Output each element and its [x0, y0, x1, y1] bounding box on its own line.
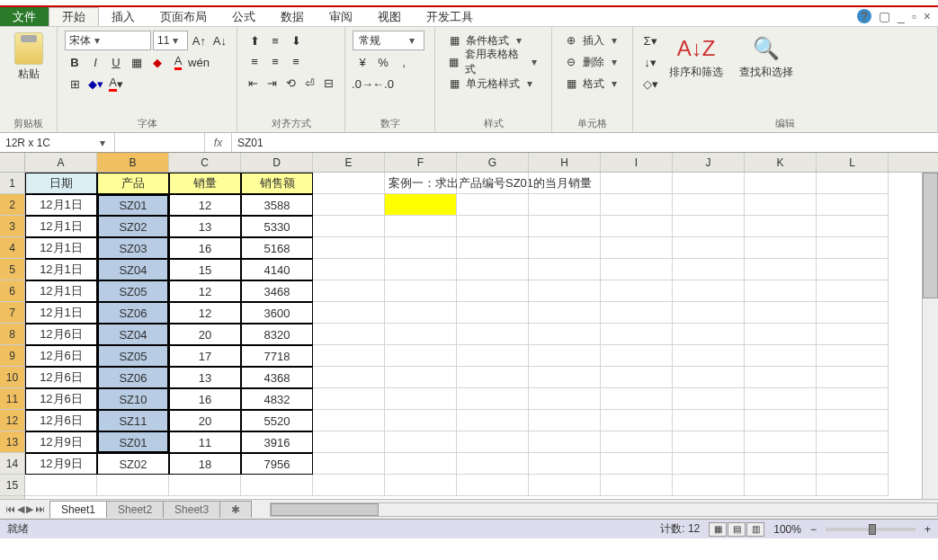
cell-G11[interactable]	[457, 388, 529, 410]
col-header-C[interactable]: C	[169, 153, 241, 172]
cell-L15[interactable]	[817, 475, 889, 496]
cell-L10[interactable]	[817, 367, 889, 388]
cell-C6[interactable]: 12	[169, 280, 241, 302]
cell-D9[interactable]: 7718	[241, 345, 313, 367]
cell-D5[interactable]: 4140	[241, 259, 313, 280]
cell-E3[interactable]	[313, 216, 385, 237]
tab-review[interactable]: 审阅	[317, 7, 365, 26]
minimize-icon[interactable]: _	[898, 9, 905, 23]
cell-E9[interactable]	[313, 345, 385, 367]
cell-K15[interactable]	[745, 475, 817, 496]
fill-icon[interactable]: ↓▾	[640, 52, 660, 72]
col-header-A[interactable]: A	[25, 153, 97, 172]
align-left-icon[interactable]: ≡	[245, 51, 264, 71]
tab-data[interactable]: 数据	[268, 7, 317, 26]
cell-styles-button[interactable]: ▦单元格样式▾	[442, 74, 544, 93]
cell-H4[interactable]	[529, 237, 601, 259]
cell-C4[interactable]: 16	[169, 237, 241, 259]
cell-G12[interactable]	[457, 410, 529, 431]
cell-C8[interactable]: 20	[169, 324, 241, 345]
decrease-indent-icon[interactable]: ⇤	[245, 73, 263, 93]
cell-A14[interactable]: 12月9日	[25, 453, 97, 475]
cell-J3[interactable]	[673, 216, 745, 237]
cell-J7[interactable]	[673, 302, 745, 324]
cell-F9[interactable]	[385, 345, 457, 367]
file-menu[interactable]: 文件	[0, 7, 49, 26]
align-top-icon[interactable]: ⬆	[245, 31, 264, 50]
fill-drop-icon[interactable]: ◆▾	[85, 74, 105, 93]
cell-C13[interactable]: 11	[169, 431, 241, 453]
formula-input[interactable]: SZ01	[232, 133, 938, 152]
cell-L6[interactable]	[817, 280, 889, 302]
cell-F12[interactable]	[385, 410, 457, 431]
cell-C12[interactable]: 20	[169, 410, 241, 431]
cell-D3[interactable]: 5330	[241, 216, 313, 237]
align-right-icon[interactable]: ≡	[286, 51, 306, 71]
cell-B1[interactable]: 产品	[97, 173, 169, 194]
cell-I8[interactable]	[601, 324, 673, 345]
col-header-G[interactable]: G	[457, 153, 529, 172]
col-header-E[interactable]: E	[313, 153, 385, 172]
cell-D2[interactable]: 3588	[241, 194, 313, 216]
tab-view[interactable]: 视图	[365, 7, 414, 26]
cell-G4[interactable]	[457, 237, 529, 259]
cell-K1[interactable]	[745, 173, 817, 194]
col-header-I[interactable]: I	[601, 153, 673, 172]
tab-formulas[interactable]: 公式	[219, 7, 268, 26]
align-bottom-icon[interactable]: ⬇	[286, 31, 306, 50]
cell-I9[interactable]	[601, 345, 673, 367]
cell-G3[interactable]	[457, 216, 529, 237]
cell-H6[interactable]	[529, 280, 601, 302]
cell-A2[interactable]: 12月1日	[25, 194, 97, 216]
cell-A13[interactable]: 12月9日	[25, 431, 97, 453]
cell-G5[interactable]	[457, 259, 529, 280]
cell-B8[interactable]: SZ04	[97, 324, 169, 345]
cell-L9[interactable]	[817, 345, 889, 367]
cell-G9[interactable]	[457, 345, 529, 367]
cell-B15[interactable]	[97, 475, 169, 496]
cell-G7[interactable]	[457, 302, 529, 324]
cell-K5[interactable]	[745, 259, 817, 280]
cell-D7[interactable]: 3600	[241, 302, 313, 324]
cell-K3[interactable]	[745, 216, 817, 237]
autosum-icon[interactable]: Σ▾	[640, 31, 660, 50]
cell-F7[interactable]	[385, 302, 457, 324]
cell-L4[interactable]	[817, 237, 889, 259]
cell-I13[interactable]	[601, 431, 673, 453]
increase-indent-icon[interactable]: ⇥	[264, 73, 281, 93]
cell-E6[interactable]	[313, 280, 385, 302]
cell-J5[interactable]	[673, 259, 745, 280]
percent-icon[interactable]: %	[373, 52, 393, 72]
select-all-corner[interactable]	[0, 153, 24, 173]
align-middle-icon[interactable]: ≡	[265, 31, 285, 50]
cell-G1[interactable]	[457, 173, 529, 194]
cell-D8[interactable]: 8320	[241, 324, 313, 345]
cell-C3[interactable]: 13	[169, 216, 241, 237]
underline-button[interactable]: U	[106, 52, 126, 72]
cell-B14[interactable]: SZ02	[97, 453, 169, 475]
cell-H7[interactable]	[529, 302, 601, 324]
col-header-H[interactable]: H	[529, 153, 601, 172]
col-header-K[interactable]: K	[745, 153, 817, 172]
cell-E8[interactable]	[313, 324, 385, 345]
cell-H8[interactable]	[529, 324, 601, 345]
cell-E7[interactable]	[313, 302, 385, 324]
row-header-4[interactable]: 4	[0, 237, 24, 259]
border-button[interactable]: ▦	[127, 52, 147, 72]
col-header-J[interactable]: J	[673, 153, 745, 172]
cell-E2[interactable]	[313, 194, 385, 216]
zoom-out-icon[interactable]: −	[810, 523, 817, 536]
cell-B9[interactable]: SZ05	[97, 345, 169, 367]
cell-G13[interactable]	[457, 431, 529, 453]
cell-J11[interactable]	[673, 388, 745, 410]
cell-F15[interactable]	[385, 475, 457, 496]
find-select-button[interactable]: 🔍 查找和选择	[732, 31, 800, 84]
cell-A15[interactable]	[25, 475, 97, 496]
cell-E1[interactable]	[313, 173, 385, 194]
row-header-3[interactable]: 3	[0, 216, 24, 237]
wrap-text-icon[interactable]: ⏎	[300, 73, 318, 93]
cell-A7[interactable]: 12月1日	[25, 302, 97, 324]
cell-A8[interactable]: 12月6日	[25, 324, 97, 345]
cell-D4[interactable]: 5168	[241, 237, 313, 259]
cell-K6[interactable]	[745, 280, 817, 302]
